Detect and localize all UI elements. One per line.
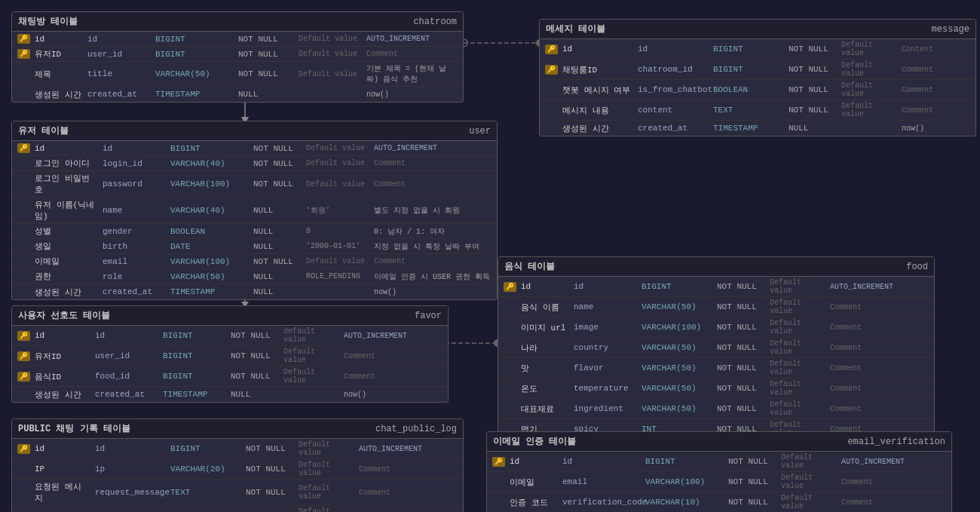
table-row: 이미지 url image VARCHAR(100) NOT NULL Defa… xyxy=(498,317,934,338)
key-icon: 🔑 xyxy=(15,34,32,44)
food-eng-name: food xyxy=(906,262,928,272)
table-row: 생성된 시간 created_at TIMESTAMP NULL now() xyxy=(12,387,448,402)
favor-eng-name: favor xyxy=(415,311,442,321)
table-row: 성별 gender BOOLEAN NULL 0 0: 남자 / 1: 여자 xyxy=(12,224,497,239)
chatroom-table: 채팅방 테이블 chatroom 🔑 id id BIGINT NOT NULL… xyxy=(11,11,464,103)
chat-public-log-eng-name: chat_public_log xyxy=(375,424,457,434)
table-row: IP ip VARCHAR(20) NOT NULL Default value… xyxy=(12,459,463,480)
table-row: 요청된 메시지 request_message TEXT NOT NULL De… xyxy=(12,480,463,506)
table-row: 🔑 유저ID user_id BIGINT NOT NULL Default v… xyxy=(12,346,448,366)
user-korean-name: 유저 테이블 xyxy=(18,124,69,137)
table-row: 유저 이름(닉네임) name VARCHAR(40) NULL '회원' 별도… xyxy=(12,198,497,224)
email-verification-eng-name: email_verification xyxy=(847,437,945,447)
message-korean-name: 메세지 테이블 xyxy=(546,23,605,35)
table-row: 🔑 id id BIGINT NOT NULL Default value AU… xyxy=(12,141,497,156)
table-row: 🔑 id id BIGINT NOT NULL Default value AU… xyxy=(12,439,463,459)
table-row: 생성된 시간 created_at TIMESTAMP NULL now() xyxy=(540,121,975,136)
favor-korean-name: 사용자 선호도 테이블 xyxy=(18,309,110,322)
table-row: 챗봇 메시지 여부 is_from_chatbot BOOLEAN NOT NU… xyxy=(540,80,975,100)
table-row: 이메일 email VARCHAR(100) NOT NULL Default … xyxy=(487,472,951,492)
message-table: 메세지 테이블 message 🔑 id id BIGINT NOT NULL … xyxy=(539,19,976,136)
table-row: 권한 role VARCHAR(50) NULL ROLE_PENDING 이메… xyxy=(12,269,497,284)
user-table: 유저 테이블 user 🔑 id id BIGINT NOT NULL Defa… xyxy=(11,121,498,300)
table-row: 🔑 유저ID user_id BIGINT NOT NULL Default v… xyxy=(12,47,463,62)
table-row: 🔑 id id BIGINT NOT NULL Default value AU… xyxy=(498,277,934,297)
table-row: 메시지 내용 content TEXT NOT NULL Default val… xyxy=(540,100,975,121)
favor-table-header: 사용자 선호도 테이블 favor xyxy=(12,306,448,326)
favor-table: 사용자 선호도 테이블 favor 🔑 id id BIGINT NOT NUL… xyxy=(11,305,449,403)
table-row: 생일 birth DATE NULL '2000-01-01' 지정 없을 시 … xyxy=(12,239,497,254)
table-row: 🔑 id id BIGINT NOT NULL Default value AU… xyxy=(487,452,951,472)
chatroom-table-header: 채팅방 테이블 chatroom xyxy=(12,12,463,32)
table-row: 🔑 채팅룸ID chatroom_id BIGINT NOT NULL Defa… xyxy=(540,60,975,80)
table-row: 인증 코드 verification_code VARCHAR(10) NOT … xyxy=(487,492,951,512)
user-eng-name: user xyxy=(469,126,491,136)
key-icon: 🔑 xyxy=(15,49,32,59)
table-row: 로그인 비밀번호 password VARCHAR(100) NOT NULL … xyxy=(12,171,497,198)
message-table-header: 메세지 테이블 message xyxy=(540,20,975,39)
table-row: 나라 country VARCHAR(50) NOT NULL Default … xyxy=(498,338,934,358)
chatroom-korean-name: 채팅방 테이블 xyxy=(18,15,78,28)
table-row: 🔑 id id BIGINT NOT NULL Default value Co… xyxy=(540,39,975,60)
table-row: 출력 output TEXT NOT NULL Default value Co… xyxy=(12,506,463,512)
message-eng-name: message xyxy=(932,24,969,35)
table-row: 대표재료 ingredient VARCHAR(50) NOT NULL Def… xyxy=(498,399,934,419)
user-table-header: 유저 테이블 user xyxy=(12,121,497,141)
chat-public-log-header: PUBLIC 채팅 기록 테이블 chat_public_log xyxy=(12,419,463,439)
table-row: 🔑 음식ID food_id BIGINT NOT NULL Default v… xyxy=(12,366,448,387)
table-row: 생성된 시간 created_at TIMESTAMP NULL now() xyxy=(12,284,497,299)
chat-public-log-table: PUBLIC 채팅 기록 테이블 chat_public_log 🔑 id id… xyxy=(11,418,464,512)
table-row: 온도 temperature VARCHAR(50) NOT NULL Defa… xyxy=(498,379,934,399)
table-row: 이메일 email VARCHAR(100) NOT NULL Default … xyxy=(12,254,497,269)
email-verification-header: 이메일 인증 테이블 email_verification xyxy=(487,432,951,452)
table-row: 맛 flavor VARCHAR(50) NOT NULL Default va… xyxy=(498,358,934,379)
food-korean-name: 음식 테이블 xyxy=(504,260,555,273)
table-row: 🔑 id id BIGINT NOT NULL Default value AU… xyxy=(12,32,463,47)
db-diagram: 채팅방 테이블 chatroom 🔑 id id BIGINT NOT NULL… xyxy=(0,0,980,512)
email-verification-korean-name: 이메일 인증 테이블 xyxy=(493,435,576,448)
chat-public-log-korean-name: PUBLIC 채팅 기록 테이블 xyxy=(18,422,130,435)
table-row: 생성된 시간 created_at TIMESTAMP NULL now() xyxy=(12,87,463,102)
email-verification-table: 이메일 인증 테이블 email_verification 🔑 id id BI… xyxy=(486,431,952,512)
food-table-header: 음식 테이블 food xyxy=(498,257,934,277)
chatroom-eng-name: chatroom xyxy=(413,17,457,27)
table-row: 음식 이름 name VARCHAR(50) NOT NULL Default … xyxy=(498,297,934,317)
table-row: 🔑 id id BIGINT NOT NULL default value AU… xyxy=(12,326,448,346)
table-row: 로그인 아이디 login_id VARCHAR(40) NOT NULL De… xyxy=(12,156,497,171)
table-row: 제목 title VARCHAR(50) NOT NULL Default va… xyxy=(12,62,463,87)
